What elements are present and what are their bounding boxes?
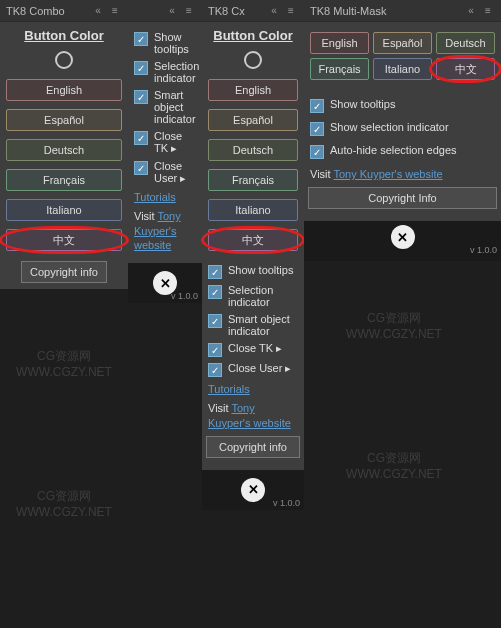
chk-close-user[interactable]: ✓Close User ▸ [132, 160, 198, 185]
tutorials-link[interactable]: Tutorials [208, 383, 250, 395]
checkbox-icon: ✓ [134, 32, 148, 46]
mm-title: TK8 Multi-Mask [310, 5, 386, 17]
chk-close-user[interactable]: ✓Close User ▸ [206, 362, 300, 377]
chk-close-tk[interactable]: ✓Close TK ▸ [206, 342, 300, 357]
combo2-titlebar: « ≡ [128, 0, 202, 22]
button-color-heading: Button Color [213, 28, 292, 43]
lang-english[interactable]: English [6, 79, 122, 101]
checkbox-icon: ✓ [310, 99, 324, 113]
menu-icon[interactable]: ≡ [284, 4, 298, 18]
lang-deutsch[interactable]: Deutsch [6, 139, 122, 161]
lang-francais[interactable]: Français [208, 169, 298, 191]
lang-english[interactable]: English [310, 32, 369, 54]
button-color-heading: Button Color [24, 28, 103, 43]
footer: ✕ v 1.0.0 [128, 263, 202, 303]
checkbox-icon: ✓ [134, 61, 148, 75]
version-label: v 1.0.0 [171, 291, 198, 301]
lang-deutsch[interactable]: Deutsch [208, 139, 298, 161]
combo-titlebar: TK8 Combo « ≡ [0, 0, 128, 22]
close-button[interactable]: ✕ [391, 225, 415, 249]
mm-titlebar: TK8 Multi-Mask « ≡ [304, 0, 501, 22]
footer: ✕ v 1.0.0 [202, 470, 304, 510]
lang-chinese[interactable]: 中文 [6, 229, 122, 251]
chk-tooltips[interactable]: ✓Show tooltips [132, 31, 198, 55]
tutorials-link[interactable]: Tutorials [134, 191, 176, 203]
version-label: v 1.0.0 [470, 245, 497, 255]
cx-titlebar: TK8 Cx « ≡ [202, 0, 304, 22]
collapse-icon[interactable]: « [91, 4, 105, 18]
checkbox-icon: ✓ [310, 145, 324, 159]
chk-smart-object[interactable]: ✓Smart object indicator [206, 313, 300, 337]
lang-espanol[interactable]: Español [6, 109, 122, 131]
copyright-button[interactable]: Copyright info [206, 436, 300, 458]
website-link[interactable]: Tony Kuyper's website [333, 168, 442, 180]
chk-selection-indicator[interactable]: ✓Selection indicator [206, 284, 300, 308]
lang-english[interactable]: English [208, 79, 298, 101]
chk-tooltips[interactable]: ✓Show tooltips [308, 98, 497, 113]
checkbox-icon: ✓ [310, 122, 324, 136]
visit-text: Visit Tony Kuyper's website [134, 209, 196, 252]
checkbox-icon: ✓ [208, 343, 222, 357]
checkbox-icon: ✓ [208, 265, 222, 279]
checkbox-icon: ✓ [208, 285, 222, 299]
lang-italiano[interactable]: Italiano [373, 58, 432, 80]
lang-francais[interactable]: Français [6, 169, 122, 191]
menu-icon[interactable]: ≡ [182, 4, 196, 18]
chk-tooltips[interactable]: ✓Show tooltips [206, 264, 300, 279]
visit-text: Visit Tony Kuyper's website [208, 401, 298, 430]
checkbox-icon: ✓ [134, 161, 148, 175]
color-circle[interactable] [55, 51, 73, 69]
checkbox-icon: ✓ [208, 363, 222, 377]
footer: ✕ v 1.0.0 [304, 221, 501, 261]
checkbox-icon: ✓ [134, 90, 148, 104]
checkbox-icon: ✓ [134, 131, 148, 145]
version-label: v 1.0.0 [273, 498, 300, 508]
checkbox-icon: ✓ [208, 314, 222, 328]
lang-italiano[interactable]: Italiano [208, 199, 298, 221]
copyright-button[interactable]: Copyright Info [308, 187, 497, 209]
lang-espanol[interactable]: Español [373, 32, 432, 54]
visit-text: Visit Tony Kuyper's website [310, 167, 495, 181]
cx-title: TK8 Cx [208, 5, 245, 17]
lang-espanol[interactable]: Español [208, 109, 298, 131]
chk-show-selection[interactable]: ✓Show selection indicator [308, 121, 497, 136]
combo-title: TK8 Combo [6, 5, 65, 17]
lang-italiano[interactable]: Italiano [6, 199, 122, 221]
menu-icon[interactable]: ≡ [481, 4, 495, 18]
chk-selection-indicator[interactable]: ✓Selection indicator [132, 60, 198, 84]
close-button[interactable]: ✕ [241, 478, 265, 502]
chk-close-tk[interactable]: ✓Close TK ▸ [132, 130, 198, 155]
collapse-icon[interactable]: « [165, 4, 179, 18]
lang-chinese[interactable]: 中文 [208, 229, 298, 251]
chk-autohide[interactable]: ✓Auto-hide selection edges [308, 144, 497, 159]
copyright-button[interactable]: Copyright info [21, 261, 107, 283]
color-circle[interactable] [244, 51, 262, 69]
menu-icon[interactable]: ≡ [108, 4, 122, 18]
lang-francais[interactable]: Français [310, 58, 369, 80]
lang-deutsch[interactable]: Deutsch [436, 32, 495, 54]
collapse-icon[interactable]: « [267, 4, 281, 18]
chk-smart-object[interactable]: ✓Smart object indicator [132, 89, 198, 125]
lang-chinese[interactable]: 中文 [436, 58, 495, 80]
collapse-icon[interactable]: « [464, 4, 478, 18]
